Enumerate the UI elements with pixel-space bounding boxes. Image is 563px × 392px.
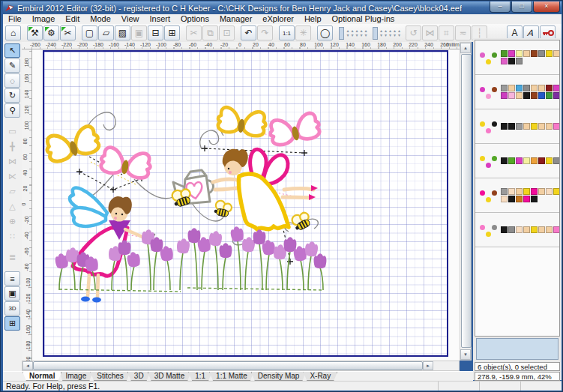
thread-color-swatch[interactable] [538, 123, 545, 130]
thread-color-swatch[interactable] [531, 188, 538, 195]
tab-density-map[interactable]: Density Map [251, 372, 307, 381]
tab-x-ray[interactable]: X-Ray [303, 372, 337, 381]
object-row-4[interactable] [475, 144, 559, 178]
scroll-left-button[interactable]: ◄ [22, 361, 33, 370]
thread-color-swatch[interactable] [501, 50, 508, 57]
dialog-windows-icon[interactable]: ▣ [4, 286, 20, 301]
thread-color-swatch[interactable] [523, 92, 530, 99]
thread-color-swatch[interactable] [531, 92, 538, 99]
thread-color-swatch[interactable] [538, 226, 545, 233]
menu-insert[interactable]: Insert [144, 14, 175, 24]
menu-file[interactable]: File [3, 14, 27, 24]
sew-simulator-icon[interactable]: ⊞ [4, 316, 20, 331]
scroll-up-button[interactable]: ▲ [460, 43, 471, 53]
thread-color-swatch[interactable] [531, 157, 538, 164]
new-file-icon[interactable]: ▢ [82, 25, 97, 40]
thread-color-swatch[interactable] [546, 157, 553, 164]
object-row-1[interactable] [475, 40, 559, 75]
thread-color-swatch[interactable] [508, 157, 515, 164]
open-file-icon[interactable]: ▱ [98, 25, 114, 40]
one-to-one-icon[interactable]: 1:1 [279, 25, 295, 40]
thread-color-swatch[interactable] [531, 123, 538, 130]
menu-optional-plug-ins[interactable]: Optional Plug-ins [327, 14, 400, 24]
thread-color-swatch[interactable] [501, 92, 508, 99]
manager-icon[interactable]: ⌂ [5, 25, 21, 40]
thread-color-swatch[interactable] [508, 196, 515, 202]
thread-color-swatch[interactable] [538, 92, 545, 99]
object-row-6[interactable] [475, 213, 559, 247]
menu-view[interactable]: View [116, 14, 145, 24]
thread-color-swatch[interactable] [523, 188, 530, 195]
menu-mode[interactable]: Mode [85, 14, 116, 24]
scroll-right-button[interactable]: ► [423, 361, 433, 370]
thread-color-swatch[interactable] [553, 157, 560, 164]
print-preview-icon[interactable]: ⊞ [164, 25, 180, 40]
print-icon[interactable]: ⊟ [148, 25, 163, 40]
switch-studio-icon[interactable]: ⚙ [43, 25, 59, 40]
thread-color-swatch[interactable] [501, 188, 508, 195]
scroll-down-button[interactable]: ▼ [460, 349, 471, 360]
tab-image[interactable]: Image [58, 372, 93, 381]
menu-explorer[interactable]: eXplorer [257, 14, 299, 24]
zoom-range-box-1[interactable] [339, 27, 344, 40]
edit-nodes-tool-icon[interactable]: ✎ [4, 58, 20, 73]
thread-color-swatch[interactable] [516, 226, 523, 233]
thread-color-swatch[interactable] [516, 157, 523, 164]
vertical-scroll-thumb[interactable] [461, 54, 472, 348]
thread-color-swatch[interactable] [531, 50, 538, 57]
thread-color-swatch[interactable] [546, 226, 553, 233]
thread-color-swatch[interactable] [508, 188, 515, 195]
zoom-box-1-spinners[interactable]: ▴▴▴▴▴▾▾▾▾▾ [346, 28, 369, 37]
thread-color-swatch[interactable] [508, 226, 515, 233]
close-button[interactable]: × [533, 1, 560, 13]
tab-3d-matte[interactable]: 3D Matte [148, 372, 192, 381]
menu-options[interactable]: Options [175, 14, 214, 24]
thread-color-swatch[interactable] [523, 50, 530, 57]
thread-color-swatch[interactable] [523, 226, 530, 233]
thread-color-swatch[interactable] [553, 123, 560, 130]
freehand-select-tool-icon[interactable]: ◌ [4, 73, 20, 88]
menu-image[interactable]: Image [27, 14, 61, 24]
thread-color-swatch[interactable] [546, 92, 553, 99]
thread-color-swatch[interactable] [508, 85, 515, 91]
thread-color-swatch[interactable] [538, 188, 545, 195]
undo-icon[interactable]: ↶ [241, 25, 256, 40]
thread-color-swatch[interactable] [523, 123, 530, 130]
zoom-tool-icon[interactable]: ⚲ [4, 103, 20, 118]
thread-color-swatch[interactable] [501, 123, 508, 130]
thread-color-swatch[interactable] [531, 226, 538, 233]
zoom-range-box-2[interactable] [373, 27, 378, 40]
thread-color-swatch[interactable] [501, 157, 508, 164]
thread-color-swatch[interactable] [516, 188, 523, 195]
thread-color-swatch[interactable] [516, 92, 523, 99]
object-row-2[interactable] [475, 75, 559, 109]
pointer-options-icon[interactable]: ≡ [4, 271, 20, 286]
thread-color-swatch[interactable] [516, 123, 523, 130]
thread-color-swatch[interactable] [501, 226, 508, 233]
zoom-box-2-spinners[interactable]: ▴▴▴▴▴▾▾▾▾▾ [380, 28, 403, 37]
thread-color-swatch[interactable] [516, 50, 523, 57]
thread-color-swatch[interactable] [538, 157, 545, 164]
horizontal-scrollbar[interactable]: ◄ ► [22, 361, 460, 371]
tab-normal[interactable]: Normal [22, 372, 61, 381]
menu-help[interactable]: Help [299, 14, 327, 24]
thread-color-swatch[interactable] [546, 85, 553, 91]
thread-color-swatch[interactable] [501, 58, 508, 64]
view-3d-icon[interactable]: 3D [4, 301, 20, 316]
thread-color-swatch[interactable] [553, 188, 560, 195]
thread-color-swatch[interactable] [538, 85, 545, 91]
thread-color-swatch[interactable] [523, 196, 530, 202]
tab-1-1-matte[interactable]: 1:1 Matte [209, 372, 254, 381]
thread-color-swatch[interactable] [553, 226, 560, 233]
thread-color-swatch[interactable] [501, 196, 508, 202]
rotate-tool-icon[interactable]: ↻ [4, 88, 20, 103]
thread-color-swatch[interactable] [508, 58, 515, 64]
thread-color-swatch[interactable] [508, 123, 515, 130]
thread-color-swatch[interactable] [508, 92, 515, 99]
object-row-5[interactable] [475, 178, 559, 213]
maximize-button[interactable]: □ [511, 1, 532, 13]
open-add-icon[interactable]: ▨ [115, 25, 130, 40]
title-bar[interactable]: Embird 2012 Editor (32-bit) - registered… [3, 1, 562, 14]
thread-color-swatch[interactable] [516, 85, 523, 91]
horizontal-scroll-thumb[interactable] [33, 361, 423, 370]
